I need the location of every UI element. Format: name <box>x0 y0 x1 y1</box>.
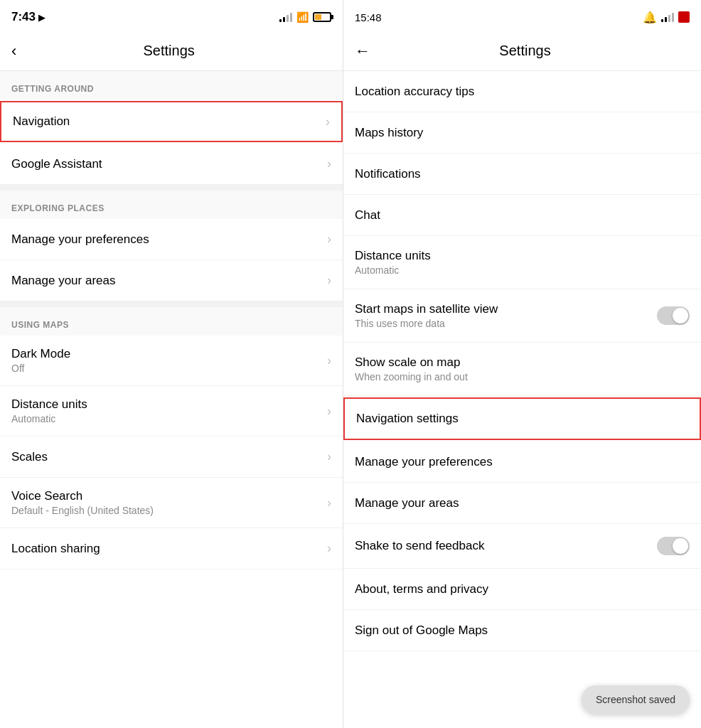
right-item-maps-history[interactable]: Maps history <box>343 112 701 154</box>
right-item-manage-preferences[interactable]: Manage your preferences <box>343 441 701 483</box>
status-bar-right: 15:48 🔔 <box>343 0 701 31</box>
right-item-maps-history-title: Maps history <box>355 126 423 140</box>
chevron-icon: › <box>327 404 331 419</box>
nav-item-location-sharing-title: Location sharing <box>11 542 100 556</box>
right-item-location-accuracy[interactable]: Location accuracy tips <box>343 71 701 112</box>
right-item-maps-history-content: Maps history <box>355 126 423 140</box>
nav-item-distance-units-title: Distance units <box>11 397 87 412</box>
settings-list-right: Location accuracy tips Maps history Noti… <box>343 71 701 728</box>
right-item-sign-out[interactable]: Sign out of Google Maps <box>343 610 701 651</box>
right-item-sign-out-title: Sign out of Google Maps <box>355 623 488 638</box>
right-item-satellite-view-subtitle: This uses more data <box>355 318 498 329</box>
back-button-left[interactable]: ‹ <box>11 42 16 60</box>
right-item-chat-content: Chat <box>355 208 380 223</box>
right-item-show-scale-content: Show scale on map When zooming in and ou… <box>355 355 468 382</box>
nav-item-google-assistant-content: Google Assistant <box>11 157 102 171</box>
right-item-manage-areas-title: Manage your areas <box>355 496 459 510</box>
screenshot-toast: Screenshot saved <box>582 685 690 714</box>
bell-icon: 🔔 <box>643 11 657 24</box>
right-item-shake-feedback[interactable]: Shake to send feedback <box>343 524 701 569</box>
nav-item-voice-search-title: Voice Search <box>11 489 154 503</box>
header-left: ‹ Settings <box>0 31 343 71</box>
nav-item-scales[interactable]: Scales › <box>0 437 343 478</box>
nav-item-manage-areas[interactable]: Manage your areas › <box>0 260 343 301</box>
right-item-show-scale[interactable]: Show scale on map When zooming in and ou… <box>343 343 701 396</box>
section-using-maps: USING MAPS <box>0 307 343 336</box>
right-item-about-terms[interactable]: About, terms and privacy <box>343 569 701 610</box>
right-item-notifications[interactable]: Notifications <box>343 154 701 195</box>
right-item-navigation-settings[interactable]: Navigation settings <box>343 397 701 440</box>
right-item-shake-feedback-title: Shake to send feedback <box>355 539 484 553</box>
chevron-icon: › <box>327 273 331 288</box>
right-item-satellite-view[interactable]: Start maps in satellite view This uses m… <box>343 289 701 343</box>
right-item-sign-out-content: Sign out of Google Maps <box>355 623 488 638</box>
nav-item-scales-title: Scales <box>11 450 48 464</box>
right-item-satellite-view-title: Start maps in satellite view <box>355 302 498 316</box>
battery-icon <box>313 12 331 22</box>
nav-item-distance-units-content: Distance units Automatic <box>11 397 87 424</box>
chevron-icon: › <box>327 353 331 368</box>
nav-item-manage-areas-content: Manage your areas <box>11 274 115 288</box>
nav-item-manage-preferences-content: Manage your preferences <box>11 232 149 247</box>
right-item-navigation-settings-content: Navigation settings <box>356 412 459 426</box>
nav-item-scales-content: Scales <box>11 450 48 464</box>
page-title-right: Settings <box>382 43 668 59</box>
right-item-location-accuracy-content: Location accuracy tips <box>355 85 474 99</box>
nav-item-dark-mode-subtitle: Off <box>11 363 70 374</box>
right-item-satellite-view-content: Start maps in satellite view This uses m… <box>355 302 498 329</box>
nav-item-voice-search[interactable]: Voice Search Default - English (United S… <box>0 478 343 528</box>
nav-item-dark-mode-content: Dark Mode Off <box>11 347 70 374</box>
right-item-distance-units-title: Distance units <box>355 249 431 263</box>
section-getting-around: GETTING AROUND <box>0 71 343 100</box>
nav-item-distance-units[interactable]: Distance units Automatic › <box>0 386 343 437</box>
right-item-chat-title: Chat <box>355 208 380 223</box>
nav-item-manage-preferences[interactable]: Manage your preferences › <box>0 219 343 260</box>
nav-item-distance-units-subtitle: Automatic <box>11 413 87 424</box>
divider-2 <box>0 301 343 307</box>
right-item-navigation-settings-title: Navigation settings <box>356 412 459 426</box>
signal-icon <box>279 12 292 22</box>
right-item-distance-units-content: Distance units Automatic <box>355 249 431 276</box>
nav-item-location-sharing[interactable]: Location sharing › <box>0 528 343 569</box>
right-item-notifications-content: Notifications <box>355 167 421 181</box>
satellite-view-toggle[interactable] <box>657 306 690 325</box>
page-title-left: Settings <box>28 43 310 59</box>
right-item-manage-areas-content: Manage your areas <box>355 496 459 510</box>
nav-item-navigation-title: Navigation <box>13 114 70 129</box>
nav-item-google-assistant[interactable]: Google Assistant › <box>0 144 343 185</box>
chevron-icon: › <box>327 449 331 464</box>
right-item-about-terms-content: About, terms and privacy <box>355 582 488 596</box>
nav-item-voice-search-subtitle: Default - English (United States) <box>11 505 154 516</box>
time-right: 15:48 <box>355 11 382 23</box>
nav-item-manage-preferences-title: Manage your preferences <box>11 232 149 247</box>
nav-item-dark-mode[interactable]: Dark Mode Off › <box>0 336 343 386</box>
nav-item-manage-areas-title: Manage your areas <box>11 274 115 288</box>
wifi-icon: 📶 <box>296 11 309 23</box>
right-item-distance-units-subtitle: Automatic <box>355 264 431 276</box>
shake-feedback-toggle[interactable] <box>657 537 690 555</box>
right-item-chat[interactable]: Chat <box>343 195 701 236</box>
divider-1 <box>0 185 343 191</box>
chevron-icon: › <box>327 541 331 556</box>
status-icons-right: 🔔 <box>643 11 690 24</box>
right-item-shake-feedback-content: Shake to send feedback <box>355 539 484 553</box>
nav-item-navigation-content: Navigation <box>13 114 70 129</box>
location-arrow-icon: ▶ <box>38 12 46 23</box>
status-bar-left: 7:43 ▶ 📶 <box>0 0 343 31</box>
right-item-distance-units[interactable]: Distance units Automatic <box>343 236 701 289</box>
nav-item-google-assistant-title: Google Assistant <box>11 157 102 171</box>
nav-item-dark-mode-title: Dark Mode <box>11 347 70 361</box>
back-button-right[interactable]: ← <box>355 42 370 60</box>
chevron-icon: › <box>327 156 331 171</box>
right-item-location-accuracy-title: Location accuracy tips <box>355 85 474 99</box>
nav-item-navigation[interactable]: Navigation › <box>0 101 343 142</box>
right-item-notifications-title: Notifications <box>355 167 421 181</box>
right-panel: 15:48 🔔 ← Settings Location accuracy tip… <box>343 0 701 728</box>
section-exploring-places: EXPLORING PLACES <box>0 191 343 219</box>
right-item-manage-areas[interactable]: Manage your areas <box>343 483 701 524</box>
chevron-icon: › <box>327 496 331 510</box>
right-item-about-terms-title: About, terms and privacy <box>355 582 488 596</box>
header-right: ← Settings <box>343 31 701 71</box>
nav-item-location-sharing-content: Location sharing <box>11 542 100 556</box>
right-item-manage-preferences-title: Manage your preferences <box>355 455 493 469</box>
